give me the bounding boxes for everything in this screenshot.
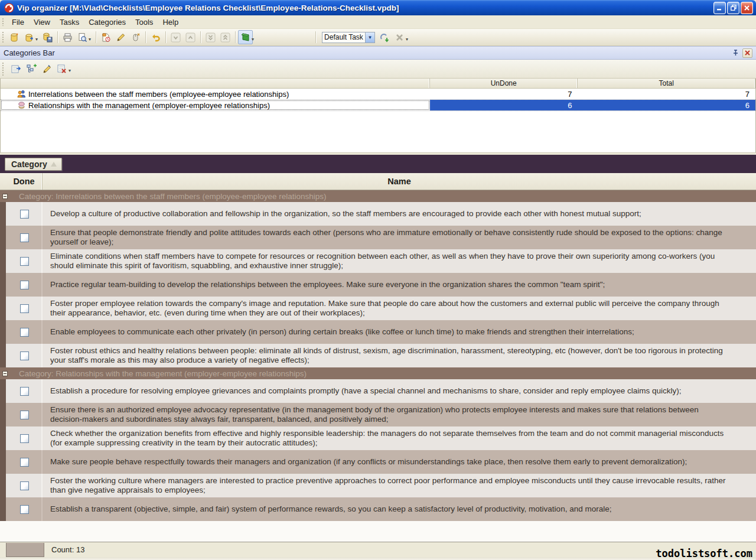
task-row[interactable]: Foster the working culture where manager…: [0, 474, 756, 497]
toolbar-grip[interactable]: [2, 18, 4, 26]
menu-item-tools[interactable]: Tools: [131, 16, 158, 28]
done-cell: [6, 344, 43, 367]
task-view-button[interactable]: [238, 30, 253, 44]
collapse-icon[interactable]: [2, 371, 8, 376]
done-checkbox[interactable]: [20, 210, 29, 219]
category-name-cell[interactable]: Relationships with the management (emplo…: [1, 100, 430, 110]
task-row[interactable]: Establish a procedure for resolving empl…: [0, 379, 756, 403]
column-header-name[interactable]: Name: [43, 173, 756, 190]
done-checkbox[interactable]: [20, 257, 29, 266]
group-by-category-button[interactable]: Category: [5, 158, 62, 171]
column-header-undone[interactable]: UnDone: [430, 79, 578, 88]
database-open-icon: [24, 32, 34, 43]
new-subcategory-button[interactable]: [24, 61, 39, 77]
sort-ascending-icon: [51, 162, 57, 167]
task-name-cell: Establish a transparent (objective, simp…: [43, 497, 756, 521]
column-header-done[interactable]: Done: [6, 173, 43, 190]
task-view-combobox[interactable]: Default Task V ▼: [322, 32, 375, 43]
minimize-button[interactable]: [713, 2, 726, 14]
print-button[interactable]: [60, 30, 75, 44]
done-checkbox[interactable]: [20, 387, 29, 396]
done-checkbox[interactable]: [20, 233, 29, 242]
edit-task-button[interactable]: [113, 30, 128, 44]
group-header-row[interactable]: Category: Relationships with the managem…: [0, 367, 756, 379]
task-row[interactable]: Practice regular team-building to develo…: [0, 273, 756, 297]
move-up-button[interactable]: [183, 30, 198, 44]
move-top-button[interactable]: [218, 30, 233, 44]
category-new-icon: [11, 64, 22, 74]
task-name-cell: Develop a culture of productive collabor…: [43, 202, 756, 226]
task-row[interactable]: Develop a culture of productive collabor…: [0, 202, 756, 226]
done-checkbox[interactable]: [20, 434, 29, 443]
task-row[interactable]: Enable employees to communicate each oth…: [0, 320, 756, 344]
menu-item-help[interactable]: Help: [158, 16, 183, 28]
task-row[interactable]: Eliminate conditions when staff members …: [0, 249, 756, 273]
drag-task-button[interactable]: [128, 30, 143, 44]
done-checkbox[interactable]: [20, 411, 29, 419]
menu-item-tasks[interactable]: Tasks: [55, 16, 84, 28]
group-indent-strip: [0, 497, 6, 521]
toolbar-grip[interactable]: [2, 31, 4, 43]
restore-button[interactable]: [727, 2, 739, 14]
category-dropdown-caret-icon[interactable]: ▾: [69, 68, 71, 73]
group-header-row[interactable]: Category: Interrelations between the sta…: [0, 190, 756, 202]
print-preview-button[interactable]: [75, 30, 90, 44]
done-cell: [6, 226, 43, 249]
done-checkbox[interactable]: [20, 481, 29, 490]
task-row[interactable]: Establish a transparent (objective, simp…: [0, 497, 756, 521]
task-row[interactable]: Foster robust ethics and healthy relatio…: [0, 344, 756, 367]
open-dropdown-caret-icon[interactable]: ▾: [35, 37, 38, 42]
new-category-button[interactable]: [8, 61, 24, 77]
view-dropdown-caret-icon[interactable]: ▾: [252, 37, 254, 42]
done-checkbox[interactable]: [20, 351, 29, 360]
pin-panel-button[interactable]: [731, 48, 741, 58]
menu-item-view[interactable]: View: [29, 16, 55, 28]
task-name-cell: Ensure there is an authorized employee a…: [43, 403, 756, 426]
undo-arrow-icon: [151, 32, 161, 43]
new-database-button[interactable]: [7, 30, 22, 44]
category-row[interactable]: Relationships with the management (emplo…: [1, 100, 755, 111]
task-name-cell: Foster robust ethics and healthy relatio…: [43, 344, 756, 367]
views-dropdown-caret-icon[interactable]: ▾: [406, 37, 408, 42]
category-row[interactable]: Interrelations between the staff members…: [1, 89, 755, 100]
watermark-text: todolistsoft.com: [656, 548, 752, 559]
new-task-button[interactable]: [99, 30, 113, 44]
edit-category-button[interactable]: [39, 61, 54, 77]
delete-view-button[interactable]: [392, 30, 407, 44]
done-cell: [6, 497, 43, 521]
print-preview-icon: [77, 32, 87, 43]
move-down-button[interactable]: [168, 30, 183, 44]
collapse-icon[interactable]: [2, 194, 8, 199]
open-database-button[interactable]: [22, 30, 37, 44]
task-row[interactable]: Foster proper employee relation towards …: [0, 297, 756, 320]
category-name-cell[interactable]: Interrelations between the staff members…: [1, 89, 430, 99]
categories-toolbar: ▾: [0, 60, 756, 79]
done-checkbox[interactable]: [20, 328, 29, 337]
done-checkbox[interactable]: [20, 281, 29, 289]
print-dropdown-caret-icon[interactable]: ▾: [89, 37, 91, 42]
done-checkbox[interactable]: [20, 458, 29, 467]
done-checkbox[interactable]: [20, 304, 29, 313]
done-checkbox[interactable]: [20, 505, 29, 514]
delete-category-button[interactable]: [54, 61, 70, 77]
combobox-dropdown-icon[interactable]: ▼: [365, 32, 374, 43]
task-row[interactable]: Check whether the organization benefits …: [0, 426, 756, 450]
column-header-category[interactable]: [1, 79, 430, 88]
task-row[interactable]: Ensure that people demonstrate friendly …: [0, 226, 756, 249]
close-button[interactable]: [741, 2, 753, 14]
undo-button[interactable]: [148, 30, 163, 44]
menu-item-categories[interactable]: Categories: [84, 16, 131, 28]
done-cell: [6, 273, 43, 297]
close-panel-button[interactable]: [742, 48, 752, 58]
toolbar-grip[interactable]: [2, 62, 4, 76]
menu-item-file[interactable]: File: [7, 16, 29, 28]
apply-view-button[interactable]: [377, 30, 392, 44]
move-bottom-button[interactable]: [203, 30, 218, 44]
task-name-cell: Foster proper employee relation towards …: [43, 297, 756, 320]
main-toolbar: ▾ ▾: [0, 29, 756, 46]
double-arrow-down-icon: [206, 32, 216, 43]
column-header-total[interactable]: Total: [578, 79, 755, 88]
task-row[interactable]: Ensure there is an authorized employee a…: [0, 403, 756, 426]
save-database-button[interactable]: [40, 30, 55, 44]
task-row[interactable]: Make sure people behave respectfully tow…: [0, 450, 756, 474]
